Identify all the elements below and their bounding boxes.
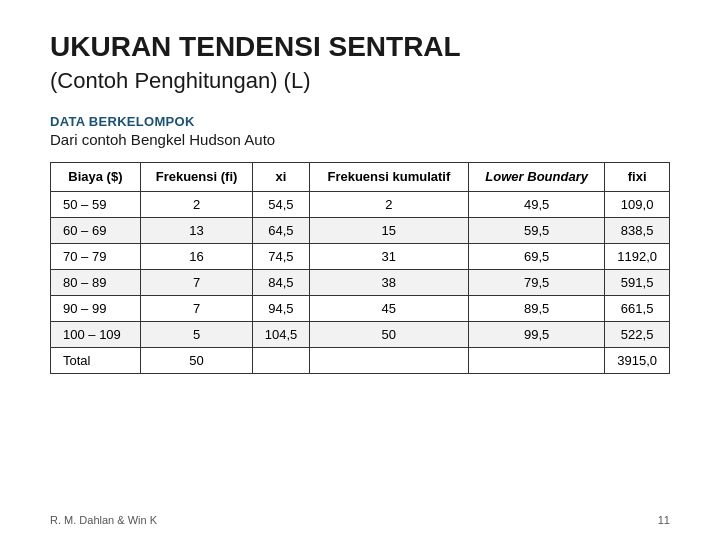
table-cell: 79,5 <box>469 270 605 296</box>
table-cell: 50 <box>140 348 252 374</box>
table-cell: 49,5 <box>469 192 605 218</box>
table-cell: 109,0 <box>605 192 670 218</box>
table-cell: 84,5 <box>253 270 309 296</box>
table-cell: 7 <box>140 296 252 322</box>
header-biaya: Biaya ($) <box>51 162 141 192</box>
table-cell: 50 – 59 <box>51 192 141 218</box>
table-cell: 99,5 <box>469 322 605 348</box>
table-cell: 100 – 109 <box>51 322 141 348</box>
table-cell: 591,5 <box>605 270 670 296</box>
table-row: 70 – 791674,53169,51192,0 <box>51 244 670 270</box>
table-cell: 15 <box>309 218 468 244</box>
table-cell: 661,5 <box>605 296 670 322</box>
header-lower-boundary: Lower Boundary <box>469 162 605 192</box>
table-cell: 59,5 <box>469 218 605 244</box>
section-label: DATA BERKELOMPOK <box>50 114 670 129</box>
table-cell <box>469 348 605 374</box>
header-fixi: fixi <box>605 162 670 192</box>
table-cell: 31 <box>309 244 468 270</box>
table-cell: Total <box>51 348 141 374</box>
table-cell: 838,5 <box>605 218 670 244</box>
table-cell: 7 <box>140 270 252 296</box>
table-cell: 94,5 <box>253 296 309 322</box>
table-cell: 70 – 79 <box>51 244 141 270</box>
table-cell <box>309 348 468 374</box>
table-cell: 16 <box>140 244 252 270</box>
table-row: 100 – 1095104,55099,5522,5 <box>51 322 670 348</box>
table-cell: 45 <box>309 296 468 322</box>
footer-left: R. M. Dahlan & Win K <box>50 514 157 526</box>
table-row: 90 – 99794,54589,5661,5 <box>51 296 670 322</box>
table-cell: 2 <box>140 192 252 218</box>
section-desc: Dari contoh Bengkel Hudson Auto <box>50 131 670 148</box>
table-cell: 3915,0 <box>605 348 670 374</box>
table-cell: 74,5 <box>253 244 309 270</box>
header-xi: xi <box>253 162 309 192</box>
table-cell: 522,5 <box>605 322 670 348</box>
page-container: UKURAN TENDENSI SENTRAL (Contoh Penghitu… <box>0 0 720 394</box>
table-cell: 64,5 <box>253 218 309 244</box>
footer: R. M. Dahlan & Win K 11 <box>50 514 670 526</box>
table-row: 60 – 691364,51559,5838,5 <box>51 218 670 244</box>
table-cell <box>253 348 309 374</box>
table-cell: 89,5 <box>469 296 605 322</box>
table-row: Total503915,0 <box>51 348 670 374</box>
table-cell: 38 <box>309 270 468 296</box>
table-cell: 50 <box>309 322 468 348</box>
table-row: 50 – 59254,5249,5109,0 <box>51 192 670 218</box>
main-title: UKURAN TENDENSI SENTRAL <box>50 30 670 64</box>
table-cell: 2 <box>309 192 468 218</box>
table-cell: 90 – 99 <box>51 296 141 322</box>
table-cell: 1192,0 <box>605 244 670 270</box>
header-frek-kum: Frekuensi kumulatif <box>309 162 468 192</box>
data-table: Biaya ($) Frekuensi (fi) xi Frekuensi ku… <box>50 162 670 375</box>
table-cell: 104,5 <box>253 322 309 348</box>
table-cell: 54,5 <box>253 192 309 218</box>
footer-right: 11 <box>658 514 670 526</box>
subtitle: (Contoh Penghitungan) (L) <box>50 68 670 94</box>
table-cell: 60 – 69 <box>51 218 141 244</box>
table-cell: 13 <box>140 218 252 244</box>
table-cell: 5 <box>140 322 252 348</box>
table-cell: 80 – 89 <box>51 270 141 296</box>
table-row: 80 – 89784,53879,5591,5 <box>51 270 670 296</box>
header-frekuensi: Frekuensi (fi) <box>140 162 252 192</box>
table-cell: 69,5 <box>469 244 605 270</box>
